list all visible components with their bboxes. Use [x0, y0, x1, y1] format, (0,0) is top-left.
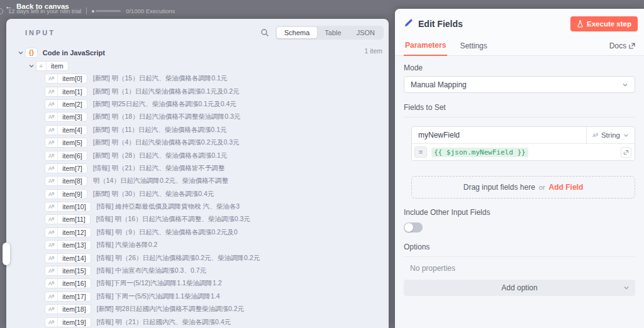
list-item: Aᴮ item[18] [新聞] 明28日起國內汽油價格不調整柴油調漲0.2元: [16, 303, 389, 315]
item-value: [情報] 汽柴油各降0.2: [97, 241, 158, 249]
tab-parameters[interactable]: Parameters: [404, 36, 447, 56]
string-field-pill[interactable]: Aᴮ item[15]: [45, 266, 91, 276]
flask-icon: [577, 20, 584, 28]
string-field-pill[interactable]: Aᴮ item[18]: [45, 304, 91, 314]
item-value: [新聞] 明（1）日起汽柴油價格各調漲0.1元及0.2元: [93, 87, 240, 96]
string-field-pill[interactable]: Aᴮ item[9]: [45, 189, 87, 199]
string-field-pill[interactable]: Aᴮ item[2]: [45, 99, 87, 109]
list-item: Aᴮ item[5] [新聞] 明（4）日起汽柴油價格各調漲0.2元及0.3元: [16, 136, 389, 149]
field-value-expression[interactable]: {{ $json.myNewField }}: [431, 148, 528, 157]
node-panel-header: Edit Fields Execute step: [395, 9, 644, 35]
item-value: [新聞] 明（28）日起汽、柴油價格各調漲0.1元: [93, 151, 228, 160]
list-item: Aᴮ item[0] [新聞] 明（15）日起汽、柴油價格各調降0.1元: [16, 72, 389, 85]
string-field-pill[interactable]: Aᴮ item[3]: [45, 112, 87, 122]
string-type-icon: Aᴮ: [45, 151, 58, 160]
item-value: [情報] 明（16）日起汽油價格不調整、柴油調漲0.3元: [96, 215, 250, 224]
tab-schema[interactable]: Schema: [277, 27, 317, 38]
expression-mode-badge[interactable]: =: [414, 146, 427, 158]
item-key: item[18]: [58, 305, 90, 313]
open-expression-editor-button[interactable]: [621, 147, 631, 158]
code-node-icon[interactable]: {}: [25, 48, 38, 58]
string-type-icon: Aᴮ: [45, 164, 58, 173]
item-key: item[3]: [58, 113, 87, 121]
list-item: Aᴮ item[3] [新聞] 明（18）日起汽油價格不調整柴油調降0.3元: [16, 111, 389, 123]
string-field-pill[interactable]: Aᴮ item[6]: [45, 151, 87, 161]
string-type-icon: Aᴮ: [45, 292, 58, 301]
mode-select[interactable]: Manual Mapping: [404, 76, 635, 93]
parameters-form: Mode Manual Mapping Fields to Set Aᴮ Str…: [395, 56, 644, 296]
list-item: Aᴮ item[14] [情報] 明（26）日起汽油價格調漲0.2元、柴油調降0…: [16, 251, 389, 264]
list-item: Aᴮ item[6] [新聞] 明（28）日起汽、柴油價格各調漲0.1元: [16, 149, 389, 161]
item-value: [新聞] 明（4）日起汽柴油價格各調漲0.2元及0.3元: [93, 138, 240, 147]
item-value: 明（14）日起汽油調降0.2元、柴油價格不調整: [93, 177, 228, 185]
string-type-icon: Aᴮ: [45, 177, 58, 185]
external-link-icon: [629, 43, 635, 49]
item-value: [情報] 明（21）日起國內汽、柴油各調漲0.4元: [97, 318, 231, 327]
string-field-pill[interactable]: Aᴮ item[4]: [45, 125, 87, 135]
string-field-pill[interactable]: Aᴮ item[0]: [45, 74, 87, 84]
item-value: [新聞] 明（18）日起汽油價格不調整柴油調降0.3元: [93, 112, 241, 121]
item-key: item[4]: [58, 126, 87, 134]
string-field-pill[interactable]: Aᴮ item[7]: [45, 163, 87, 173]
node-panel-tabs: Parameters Settings Docs: [395, 35, 644, 56]
string-field-pill[interactable]: Aᴮ item[10]: [45, 202, 91, 212]
string-field-pill[interactable]: Aᴮ item[12]: [45, 227, 91, 238]
item-key: item[12]: [58, 229, 90, 236]
drag-fields-dropzone[interactable]: Drag input fields here or Add Field: [411, 176, 635, 199]
trial-days-text: 12 days left in your n8n trial: [8, 8, 81, 14]
string-type-icon: Aᴮ: [45, 215, 58, 224]
string-type-icon: Aᴮ: [45, 138, 58, 147]
chevron-down-icon[interactable]: [27, 63, 36, 69]
tab-settings[interactable]: Settings: [458, 37, 488, 55]
tab-table[interactable]: Table: [317, 27, 348, 38]
string-field-pill[interactable]: Aᴮ item[13]: [45, 240, 91, 250]
item-value: [情報] 中油宣布汽柴油調漲0.3、0.7元: [97, 266, 206, 275]
docs-link[interactable]: Docs: [609, 41, 635, 55]
string-type-icon: Aᴮ: [45, 112, 58, 121]
string-type-icon: Aᴮ: [45, 305, 58, 314]
list-item: Aᴮ item[8] 明（14）日起汽油調降0.2元、柴油價格不調整: [16, 175, 389, 187]
view-switcher: Schema Table JSON: [275, 26, 384, 40]
string-field-pill[interactable]: Aᴮ item[17]: [45, 292, 91, 302]
array-field-pill[interactable]: ≡ item: [36, 61, 69, 71]
input-panel-title: INPUT: [25, 29, 55, 36]
list-item: Aᴮ item[15] [情報] 中油宣布汽柴油調漲0.3、0.7元: [16, 265, 389, 277]
schema-tree: 1 item {} Code in JavaScript ≡ item: [6, 45, 389, 328]
string-field-pill[interactable]: Aᴮ item[5]: [45, 138, 87, 148]
mode-label: Mode: [404, 63, 635, 72]
tab-json[interactable]: JSON: [349, 27, 382, 38]
field-name-input[interactable]: [412, 131, 586, 139]
string-type-icon: Aᴮ: [45, 87, 58, 96]
string-field-pill[interactable]: Aᴮ item[11]: [45, 214, 91, 224]
item-count-badge: 1 item: [364, 47, 382, 55]
list-item: Aᴮ item[11] [情報] 明（16）日起汽油價格不調整、柴油調漲0.3元: [16, 213, 389, 226]
string-field-pill[interactable]: Aᴮ item[8]: [45, 176, 87, 186]
item-key: item[7]: [58, 165, 87, 172]
include-other-fields-toggle[interactable]: [404, 222, 423, 232]
node-title: Edit Fields: [418, 19, 570, 29]
string-field-pill[interactable]: Aᴮ item[1]: [45, 87, 87, 97]
search-icon[interactable]: [260, 28, 269, 37]
edit-fields-node-icon: [404, 18, 413, 30]
tree-node-item: ≡ item: [16, 59, 389, 72]
string-field-pill[interactable]: Aᴮ item[16]: [45, 278, 91, 288]
item-key: item[1]: [58, 88, 87, 96]
node-settings-panel: Edit Fields Execute step Parameters Sett…: [395, 9, 644, 328]
string-type-icon: Aᴮ: [45, 74, 58, 83]
field-type-select[interactable]: Aᴮ String: [586, 127, 635, 143]
item-value: [情報]下周一(5/12)汽油調降1.1柴油調降1.2: [97, 279, 222, 288]
string-type-icon: Aᴮ: [45, 190, 58, 199]
execute-step-button[interactable]: Execute step: [570, 16, 638, 31]
add-field-button[interactable]: Add Field: [549, 183, 584, 192]
string-field-pill[interactable]: Aᴮ item[14]: [45, 253, 91, 263]
string-field-pill[interactable]: Aᴮ item[19]: [45, 317, 91, 327]
item-value: [新聞] 明25日起汽、柴油價格各調漲0.1元及0.4元: [93, 100, 236, 109]
string-type-icon: Aᴮ: [45, 228, 58, 237]
chevron-down-icon: [622, 82, 628, 88]
add-option-button[interactable]: Add option: [404, 280, 635, 296]
item-key: item[15]: [58, 267, 90, 275]
item-key: item[16]: [58, 280, 90, 287]
fields-to-set-label: Fields to Set: [404, 103, 635, 118]
expand-icon: [623, 150, 629, 155]
chevron-down-icon[interactable]: [16, 50, 25, 56]
